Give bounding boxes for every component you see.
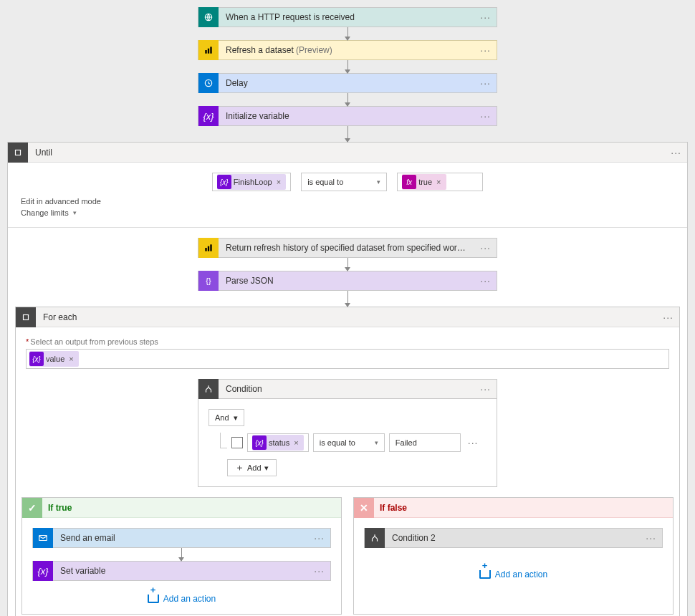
card-title: Send an email [53,533,308,543]
variable-icon: {x} [252,435,267,450]
variable-icon: {x} [217,175,231,189]
condition-add-button[interactable]: ＋ Add ▾ [227,459,277,476]
card-menu[interactable]: ··· [474,45,497,55]
branch-if-false: ✕ If false Condition 2 [353,497,674,615]
card-title: Refresh a dataset (Preview) [219,45,474,55]
flow-canvas: When a HTTP request is received ··· Refr… [7,7,688,616]
branch-header-false[interactable]: ✕ If false [354,498,673,518]
action-refresh-history[interactable]: Return refresh history of specified data… [198,238,497,258]
chip-remove[interactable]: × [292,438,300,447]
action-parse-json[interactable]: {} Parse JSON ··· [198,271,497,291]
divider [8,227,687,228]
edit-advanced-mode-link[interactable]: Edit in advanced mode [21,197,677,206]
card-title: Condition [219,384,474,394]
scope-until: Until ··· {x} FinishLoop × is equal to▾ [7,142,688,616]
condition-value-input[interactable]: Failed [389,433,461,452]
svg-rect-9 [24,314,29,319]
fx-icon: fx [402,175,416,189]
card-menu[interactable]: ··· [474,276,497,286]
json-icon: {} [198,271,219,291]
action-send-email[interactable]: Send an email ··· [32,528,331,548]
condition-group-operator[interactable]: And ▾ [208,409,244,426]
condition-row-menu[interactable]: ··· [465,437,481,448]
action-set-variable[interactable]: {x} Set variable ··· [32,561,331,581]
check-icon: ✓ [22,498,42,518]
arrow [348,258,348,271]
card-title: Initialize variable [219,111,474,121]
action-delay[interactable]: Delay ··· [198,73,497,93]
add-action-link[interactable]: Add an action [479,569,547,579]
arrow [348,126,348,142]
chevron-down-icon: ▾ [73,209,77,216]
clock-icon [198,73,219,93]
card-menu[interactable]: ··· [657,312,679,322]
chevron-down-icon: ▾ [234,413,238,423]
condition-operator-select[interactable]: is equal to▾ [313,433,385,452]
action-condition-2[interactable]: Condition 2 ··· [364,528,663,548]
http-icon [198,7,219,27]
trigger-http-request[interactable]: When a HTTP request is received ··· [198,7,497,27]
card-menu[interactable]: ··· [474,384,497,394]
chip-remove[interactable]: × [274,178,283,186]
scope-header-foreach[interactable]: For each ··· [16,307,679,327]
svg-rect-6 [205,248,206,251]
condition-left-operand[interactable]: {x} status × [247,433,309,452]
card-title: Condition 2 [385,533,640,543]
svg-rect-3 [210,47,211,53]
card-menu[interactable]: ··· [308,533,330,543]
until-operator-select[interactable]: is equal to▾ [301,173,387,191]
svg-rect-1 [205,50,206,54]
branch-header-true[interactable]: ✓ If true [22,498,341,518]
until-left-operand[interactable]: {x} FinishLoop × [212,173,291,191]
branch-if-true: ✓ If true Send an email [21,497,342,615]
condition-header[interactable]: Condition ··· [198,379,497,399]
card-title: Parse JSON [219,276,474,286]
arrow [181,548,182,561]
action-initialize-variable[interactable]: {x} Initialize variable ··· [198,106,497,126]
card-menu[interactable]: ··· [474,243,497,253]
until-right-operand[interactable]: fx true × [397,173,483,191]
chip-remove[interactable]: × [434,178,443,186]
svg-rect-7 [208,246,209,251]
change-limits-link[interactable]: Change limits ▾ [21,208,677,217]
svg-rect-8 [210,244,211,251]
variable-icon: {x} [33,561,53,581]
condition-row: {x} status × is equal to▾ [217,433,486,452]
loop-icon [16,307,36,327]
card-menu[interactable]: ··· [474,12,497,22]
svg-rect-5 [16,150,21,155]
foreach-input[interactable]: {x} value × [26,349,669,369]
scope-header-until[interactable]: Until ··· [8,143,687,163]
condition-branches: ✓ If true Send an email [21,497,674,615]
card-menu[interactable]: ··· [640,533,662,543]
condition-icon [365,528,385,548]
card-title: Delay [219,78,474,88]
chip-remove[interactable]: × [67,355,75,363]
loop-icon [8,143,28,163]
card-title: When a HTTP request is received [219,12,474,22]
outlook-icon [33,528,53,548]
arrow [348,60,348,73]
add-action-icon [479,570,491,579]
add-action-icon [148,595,159,603]
action-refresh-dataset[interactable]: Refresh a dataset (Preview) ··· [198,40,497,60]
powerbi-icon [198,40,219,60]
condition-row-checkbox[interactable] [231,437,243,448]
chevron-down-icon: ▾ [375,439,378,446]
arrow [348,291,348,307]
card-menu[interactable]: ··· [474,111,497,121]
condition-card: Condition ··· And ▾ [198,379,497,487]
arrow [348,27,348,40]
chevron-down-icon: ▾ [377,178,380,186]
variable-icon: {x} [198,106,219,126]
powerbi-icon [198,238,219,258]
until-condition-row: {x} FinishLoop × is equal to▾ fx true × [18,173,677,191]
card-menu[interactable]: ··· [474,78,497,88]
card-title: Set variable [53,566,308,576]
card-menu[interactable]: ··· [665,148,687,158]
add-action-link[interactable]: Add an action [148,594,216,604]
card-menu[interactable]: ··· [308,566,330,576]
close-icon: ✕ [354,498,374,518]
foreach-field-label: Select an output from previous steps [26,337,669,346]
chevron-down-icon: ▾ [264,463,269,473]
